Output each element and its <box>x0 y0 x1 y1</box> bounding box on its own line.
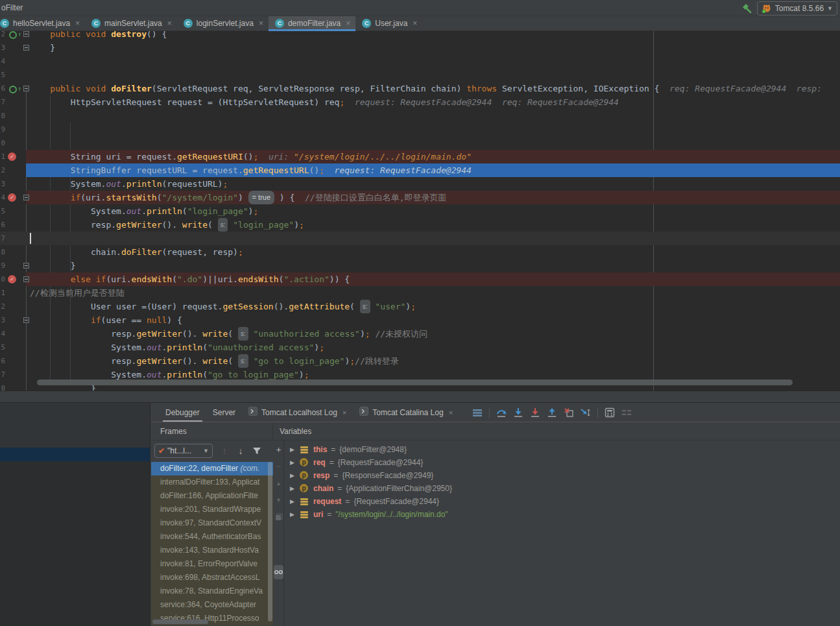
frame-row[interactable]: invoke:201, StandardWrappe <box>151 503 273 516</box>
tab-close-icon[interactable]: × <box>75 19 80 28</box>
thread-selector[interactable]: ✔ "ht...l... ▼ <box>154 444 213 458</box>
debugger-tab-server[interactable]: Server <box>208 403 241 422</box>
editor-tab-user-java[interactable]: CUser.java× <box>355 16 422 30</box>
frame-row[interactable]: invoke:544, AuthenticatorBas <box>151 530 273 544</box>
editor-tab-mainservlet-java[interactable]: CmainServlet.java× <box>85 16 177 30</box>
tab-close-icon[interactable]: × <box>413 19 417 28</box>
override-marker-icon[interactable] <box>9 86 17 93</box>
fold-marker-icon[interactable] <box>23 31 29 37</box>
run-config-select[interactable]: Tomcat 8.5.66 ▼ <box>757 1 837 16</box>
fold-marker-icon[interactable] <box>23 195 29 200</box>
expand-arrow-icon[interactable]: ▶ <box>290 443 295 456</box>
move-watch-up-button[interactable]: ▲ <box>273 477 284 490</box>
breakpoint-icon[interactable]: ✓ <box>8 152 16 161</box>
move-down-icon[interactable]: ↓ <box>234 444 247 458</box>
frame-row[interactable]: internalDoFilter:193, Applicat <box>151 476 273 489</box>
variable-row[interactable]: ▶preq={RequestFacade@2944} <box>285 456 840 469</box>
move-up-icon[interactable]: ↑ <box>218 444 231 458</box>
debugger-tab-tomcat-localhost-log[interactable]: Tomcat Localhost Log× <box>243 403 352 422</box>
code-line[interactable]: 0✓ else if(uri.endsWith(".do")||uri.ends… <box>0 272 840 286</box>
debugger-tab-tomcat-catalina-log[interactable]: Tomcat Catalina Log× <box>354 403 458 422</box>
run-to-cursor-icon[interactable] <box>581 407 591 418</box>
drop-frame-icon[interactable] <box>564 407 574 418</box>
add-watch-button[interactable]: ＋ <box>273 443 284 456</box>
frame-row[interactable]: doFilter:166, ApplicationFilte <box>151 489 273 503</box>
step-into-icon[interactable] <box>513 407 523 418</box>
step-over-icon[interactable] <box>496 407 507 418</box>
left-panel-selected-row[interactable] <box>0 448 150 461</box>
code-line[interactable]: 5 System.out.println("unauthorized acces… <box>0 341 840 354</box>
breakpoint-icon[interactable]: ✓ <box>8 275 16 283</box>
tab-close-icon[interactable]: × <box>342 409 346 416</box>
expand-arrow-icon[interactable]: ▶ <box>290 456 295 469</box>
code-line[interactable]: 3 if(user == null) { <box>0 313 840 327</box>
left-side-panel[interactable] <box>0 403 150 626</box>
frames-vertical-scrollbar[interactable] <box>268 462 272 621</box>
code-editor[interactable]: 2↑ public void destroy() {3 }456↑ public… <box>0 31 840 391</box>
code-line[interactable]: 9 <box>0 123 840 136</box>
code-line[interactable]: 4 resp.getWriter(). write( s: "unauthori… <box>0 327 840 341</box>
editor-tab-loginservlet-java[interactable]: CloginServlet.java× <box>177 16 269 30</box>
code-line[interactable]: 4 <box>0 54 840 68</box>
code-line[interactable]: 6 resp.getWriter(). write( s: "go to log… <box>0 354 840 368</box>
menu-lines-icon[interactable] <box>472 407 483 418</box>
show-watches-toggle[interactable] <box>274 565 283 579</box>
code-line[interactable]: 9 } <box>0 259 840 272</box>
frame-row[interactable]: invoke:698, AbstractAccessL <box>151 571 273 584</box>
code-line[interactable]: 5 System.out.println("login_page"); <box>0 204 840 218</box>
code-line[interactable]: 1✓ String uri = request.getRequestURI();… <box>0 150 840 163</box>
duplicate-watch-button[interactable] <box>273 511 284 524</box>
tab-close-icon[interactable]: × <box>449 409 453 416</box>
code-line[interactable]: 3 System.out.println(requestURL); <box>0 177 840 191</box>
tab-close-icon[interactable]: × <box>167 19 172 28</box>
variable-row[interactable]: ▶presp={ResponseFacade@2949} <box>285 469 840 482</box>
tab-close-icon[interactable]: × <box>346 19 350 28</box>
code-line[interactable]: 1//检测当前用户是否登陆 <box>0 286 840 300</box>
code-line[interactable]: 6 resp.getWriter(). write( s: "login_pag… <box>0 218 840 232</box>
code-line[interactable]: 8 chain.doFilter(request, resp); <box>0 245 840 259</box>
code-line[interactable]: 3 } <box>0 41 840 54</box>
code-line[interactable]: 7 HttpServletRequest request = (HttpServ… <box>0 95 840 109</box>
editor-tab-helloservlet-java[interactable]: ChelloServlet.java× <box>0 16 85 30</box>
code-line[interactable]: 6↑ public void doFilter(ServletRequest r… <box>0 82 840 95</box>
remove-watch-button[interactable]: － <box>273 460 284 473</box>
editor-tab-demofilter-java[interactable]: CdemoFilter.java× <box>269 16 355 30</box>
fold-marker-icon[interactable] <box>23 263 29 269</box>
step-out-icon[interactable] <box>547 407 557 418</box>
code-line[interactable]: 2↑ public void destroy() { <box>0 31 840 41</box>
frame-row[interactable]: invoke:143, StandardHostVa <box>151 544 273 557</box>
frames-horizontal-scrollbar[interactable] <box>152 620 208 624</box>
code-line[interactable]: 5 <box>0 68 840 82</box>
frame-row[interactable]: invoke:81, ErrorReportValve <box>151 557 273 571</box>
code-line[interactable]: 2 StringBuffer requestURL = request.getR… <box>0 163 840 177</box>
layout-icon[interactable] <box>621 407 632 418</box>
force-step-into-icon[interactable] <box>530 407 540 418</box>
fold-marker-icon[interactable] <box>23 86 29 91</box>
fold-marker-icon[interactable] <box>23 317 29 323</box>
expand-arrow-icon[interactable]: ▶ <box>290 482 295 495</box>
code-line[interactable]: 2 User user =(User) request.getSession()… <box>0 300 840 313</box>
frame-row[interactable]: doFilter:22, demoFilter (com. <box>151 462 273 476</box>
code-line[interactable]: 0 <box>0 136 840 150</box>
tab-close-icon[interactable]: × <box>259 19 263 28</box>
frame-row[interactable]: invoke:78, StandardEngineVa <box>151 584 273 598</box>
variable-row[interactable]: ▶request={RequestFacade@2944} <box>285 495 840 508</box>
breakpoint-icon[interactable]: ✓ <box>8 193 16 202</box>
code-line[interactable]: 7 <box>0 232 840 245</box>
variable-row[interactable]: ▶this={demoFilter@2948} <box>285 443 840 456</box>
code-line[interactable]: 4✓ if(uri.startsWith("/system/login") = … <box>0 191 840 204</box>
fold-marker-icon[interactable] <box>23 45 29 51</box>
expand-arrow-icon[interactable]: ▶ <box>290 495 295 508</box>
editor-horizontal-scrollbar[interactable] <box>37 379 793 385</box>
variable-row[interactable]: ▶uri="/system/login/../../login/main.do" <box>285 508 840 521</box>
frame-row[interactable]: invoke:97, StandardContextV <box>151 516 273 530</box>
frame-row[interactable]: service:364, CoyoteAdapter <box>151 598 273 612</box>
code-line[interactable]: 8 <box>0 109 840 123</box>
override-marker-icon[interactable] <box>9 31 17 39</box>
expand-arrow-icon[interactable]: ▶ <box>290 508 295 521</box>
build-hammer-icon[interactable] <box>741 3 752 14</box>
debugger-tab-debugger[interactable]: Debugger <box>160 403 205 422</box>
expand-arrow-icon[interactable]: ▶ <box>290 469 295 482</box>
evaluate-icon[interactable] <box>605 407 615 418</box>
filter-icon[interactable] <box>250 444 263 458</box>
